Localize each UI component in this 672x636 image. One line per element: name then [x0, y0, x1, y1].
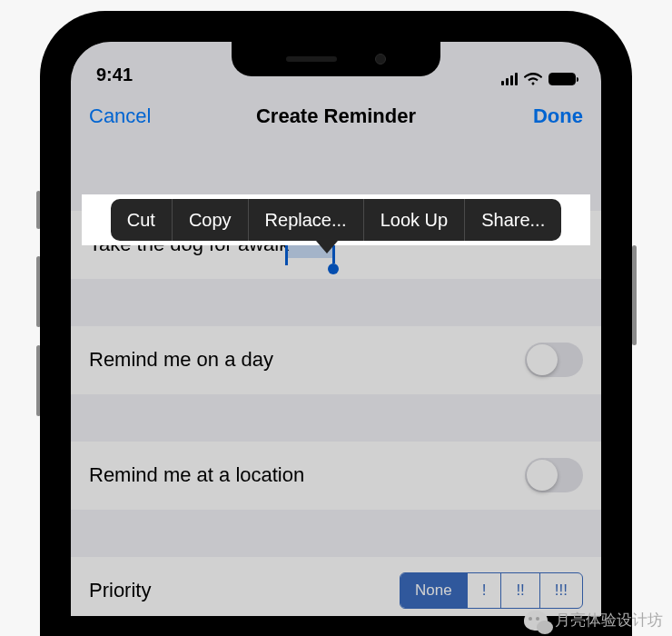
priority-row: Priority None ! !! !!! [71, 557, 601, 616]
form-content: Take the dog for a walk Remind me on a d… [71, 211, 601, 616]
done-button[interactable]: Done [492, 104, 583, 128]
remind-day-label: Remind me on a day [89, 348, 273, 372]
status-icons [494, 73, 576, 85]
wifi-icon [524, 73, 542, 85]
priority-high[interactable]: !!! [540, 573, 582, 608]
replace-button[interactable]: Replace... [249, 199, 364, 241]
battery-icon [548, 73, 576, 85]
wechat-name: 月亮体验设计坊 [555, 610, 663, 631]
copy-button[interactable]: Copy [173, 199, 249, 241]
share-button[interactable]: Share... [465, 199, 561, 241]
lookup-button[interactable]: Look Up [364, 199, 466, 241]
priority-label: Priority [89, 579, 151, 602]
speaker-grille [286, 56, 337, 62]
signal-icon [501, 73, 519, 85]
remind-day-toggle[interactable] [525, 343, 583, 377]
phone-frame: 9:41 Cancel Create Reminder Done [40, 11, 632, 636]
remind-location-toggle[interactable] [525, 458, 583, 492]
phone-screen: 9:41 Cancel Create Reminder Done [53, 24, 619, 634]
edit-menu: Cut Copy Replace... Look Up Share... [82, 194, 590, 245]
priority-segmented: None ! !! !!! [400, 572, 583, 609]
wechat-icon [524, 611, 548, 631]
priority-none[interactable]: None [400, 573, 468, 608]
nav-bar: Cancel Create Reminder Done [71, 91, 601, 142]
cut-button[interactable]: Cut [111, 199, 173, 241]
front-camera [375, 54, 386, 65]
cancel-button[interactable]: Cancel [89, 104, 180, 128]
app-screen: 9:41 Cancel Create Reminder Done [71, 42, 601, 616]
priority-medium[interactable]: !! [501, 573, 539, 608]
phone-notch [232, 42, 440, 76]
status-time: 9:41 [96, 65, 178, 85]
wechat-watermark: 月亮体验设计坊 [524, 610, 663, 631]
selection-handle-end[interactable] [328, 263, 339, 274]
remind-location-label: Remind me at a location [89, 463, 304, 487]
priority-low[interactable]: ! [468, 573, 502, 608]
remind-location-row[interactable]: Remind me at a location [71, 442, 601, 510]
power-button [632, 245, 637, 345]
remind-day-row[interactable]: Remind me on a day [71, 326, 601, 394]
page-title: Create Reminder [256, 104, 416, 128]
